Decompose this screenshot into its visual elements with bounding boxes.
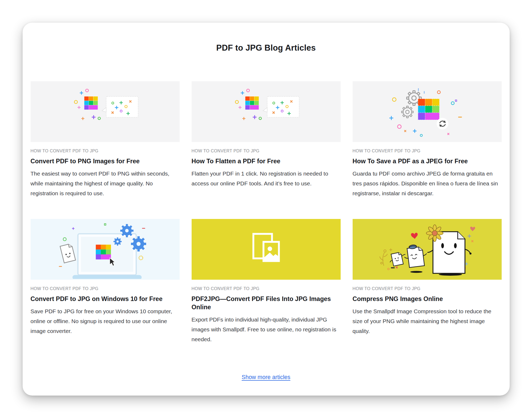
article-title: Convert PDF to JPG on Windows 10 for Fre…: [31, 295, 180, 303]
article-card[interactable]: HOW TO CONVERT PDF TO JPG Convert PDF to…: [31, 81, 180, 198]
article-category: HOW TO CONVERT PDF TO JPG: [353, 286, 502, 291]
document-to-image-icon: [250, 232, 282, 267]
articles-grid: HOW TO CONVERT PDF TO JPG Convert PDF to…: [31, 81, 502, 344]
article-title: PDF2JPG—Convert PDF Files Into JPG Image…: [192, 295, 341, 311]
article-thumbnail: [31, 219, 180, 280]
article-description: Export PDFs into individual high-quality…: [192, 315, 341, 344]
color-grid-gears-refresh-illustration: [383, 84, 471, 139]
article-thumbnail: [31, 81, 180, 142]
laptop-converter-illustration: [51, 220, 160, 279]
article-description: Flatten your PDF in 1 click. No registra…: [192, 169, 341, 188]
article-thumbnail: [192, 219, 341, 280]
article-category: HOW TO CONVERT PDF TO JPG: [353, 148, 502, 154]
article-category: HOW TO CONVERT PDF TO JPG: [192, 286, 341, 291]
article-card[interactable]: HOW TO CONVERT PDF TO JPG PDF2JPG—Conver…: [192, 219, 341, 344]
article-thumbnail: [353, 81, 502, 142]
color-grid-speech-bubble-illustration: [221, 87, 311, 136]
article-title: How To Save a PDF as a JPEG for Free: [353, 157, 502, 165]
article-card[interactable]: HOW TO CONVERT PDF TO JPG Compress PNG I…: [353, 219, 502, 344]
article-card[interactable]: HOW TO CONVERT PDF TO JPG How To Flatten…: [192, 81, 341, 198]
article-thumbnail: [353, 219, 502, 280]
article-category: HOW TO CONVERT PDF TO JPG: [31, 286, 180, 291]
article-description: The easiest way to convert PDF to PNG wi…: [31, 169, 180, 198]
article-card[interactable]: HOW TO CONVERT PDF TO JPG How To Save a …: [353, 81, 502, 198]
show-more-wrap: Show more articles: [23, 374, 510, 381]
article-category: HOW TO CONVERT PDF TO JPG: [192, 148, 341, 154]
blog-articles-panel: PDF to JPG Blog Articles: [23, 23, 510, 396]
article-title: Convert PDF to PNG Images for Free: [31, 157, 180, 165]
show-more-articles-link[interactable]: Show more articles: [242, 374, 290, 380]
article-thumbnail: [192, 81, 341, 142]
article-title: How To Flatten a PDF for Free: [192, 157, 341, 165]
article-category: HOW TO CONVERT PDF TO JPG: [31, 148, 180, 154]
article-description: Guarda tu PDF como archivo JPEG de forma…: [353, 169, 502, 198]
happy-paper-characters-illustration: [365, 219, 490, 280]
article-description: Use the Smallpdf Image Compression tool …: [353, 306, 502, 336]
article-description: Save PDF to JPG for free on your Windows…: [31, 306, 180, 336]
article-title: Compress PNG Images Online: [353, 295, 502, 303]
page-title: PDF to JPG Blog Articles: [23, 42, 510, 54]
color-grid-speech-bubble-illustration: [60, 87, 150, 136]
article-card[interactable]: HOW TO CONVERT PDF TO JPG Convert PDF to…: [31, 219, 180, 344]
